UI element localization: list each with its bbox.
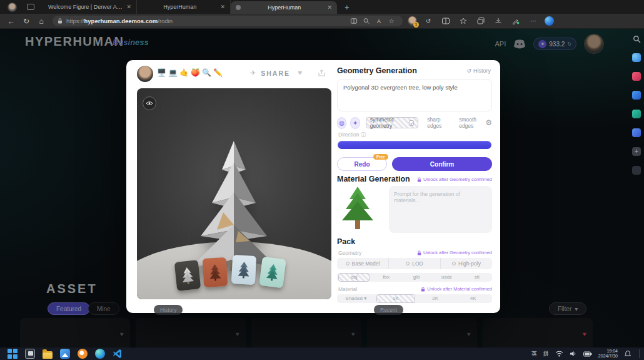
refresh-button[interactable]: ↻	[19, 17, 34, 26]
notification-bell-icon[interactable]	[624, 350, 631, 357]
toolbar-profile-avatar[interactable]: 1	[408, 16, 417, 26]
tab-3-active[interactable]: HyperHuman ✕	[231, 1, 337, 14]
radio-icon	[406, 262, 410, 265]
file-explorer-icon[interactable]	[43, 351, 53, 359]
laptop-emoji-icon[interactable]: 💻	[168, 68, 178, 77]
option-shaded[interactable]: Shaded ▾	[337, 294, 375, 303]
home-button[interactable]: ⌂	[34, 17, 49, 26]
peach-emoji-icon[interactable]: 🍑	[191, 68, 200, 77]
format-stl[interactable]: stl	[462, 273, 492, 282]
sidebar-tool-icon-3[interactable]	[632, 91, 641, 100]
photos-app-icon[interactable]	[60, 349, 70, 359]
tab-close-icon[interactable]: ✕	[327, 4, 332, 11]
sidebar-tool-icon-2[interactable]	[632, 72, 641, 81]
edge-browser-icon[interactable]	[95, 349, 105, 359]
option-2k[interactable]: 2K	[416, 294, 455, 303]
sidebar-search-icon[interactable]	[633, 35, 641, 43]
option-high-poly[interactable]: High-poly	[440, 258, 492, 269]
magnifier-emoji-icon[interactable]: 🔍	[202, 68, 211, 77]
pack-material-label: Material	[338, 286, 357, 292]
like-heart-icon[interactable]: ♥	[298, 68, 302, 77]
settings-menu-icon[interactable]: ⋯	[527, 18, 540, 24]
option-base-model[interactable]: Base Model	[337, 258, 388, 269]
vscode-icon[interactable]	[113, 349, 123, 359]
lowpoly-tree-model[interactable]	[173, 137, 295, 274]
format-obj[interactable]: obj	[338, 273, 370, 282]
taskbar-clock[interactable]: 19:04 2024/7/30	[598, 349, 618, 359]
export-icon[interactable]	[318, 69, 326, 77]
sidebar-tool-icon-5[interactable]	[632, 128, 641, 137]
tab-close-icon[interactable]: ✕	[126, 4, 131, 10]
show-desktop-button[interactable]	[639, 349, 640, 358]
downloads-icon[interactable]	[492, 18, 505, 24]
option-orb-button[interactable]: ◍	[337, 117, 346, 129]
start-button[interactable]	[8, 349, 18, 359]
asset-tab-recent-ghost[interactable]: Recent	[374, 305, 403, 315]
info-icon[interactable]: ⓘ	[361, 131, 366, 138]
tab-2[interactable]: HyperHuman ✕	[137, 0, 231, 14]
format-glb[interactable]: glb	[401, 273, 431, 282]
redo-button[interactable]: Redo Free	[337, 157, 387, 171]
material-prompt-input[interactable]	[389, 186, 492, 233]
gear-icon[interactable]: ⚙	[485, 118, 492, 127]
clock-date: 2024/7/30	[598, 354, 618, 359]
history-icon[interactable]: ↺	[422, 18, 435, 24]
chevron-down-icon: ▾	[364, 296, 366, 301]
battery-icon[interactable]	[583, 351, 592, 357]
extensions-icon[interactable]	[510, 18, 522, 24]
sharp-edges-option[interactable]: sharp edges	[427, 116, 450, 129]
option-lod[interactable]: LOD	[388, 258, 440, 269]
hand-emoji-icon[interactable]: 🤙	[179, 68, 189, 77]
option-4k[interactable]: 4K	[455, 294, 493, 303]
direction-progress-bar[interactable]	[338, 141, 491, 149]
monitor-emoji-icon[interactable]: 🖥️	[157, 68, 166, 77]
volume-icon[interactable]	[570, 351, 577, 357]
asset-tab-history-ghost[interactable]: History	[154, 305, 183, 315]
variant-card-4[interactable]	[259, 257, 286, 288]
confirm-button[interactable]: Confirm	[392, 157, 492, 171]
wifi-icon[interactable]	[555, 351, 563, 357]
variant-card-3[interactable]	[231, 255, 256, 285]
browser-profile-avatar[interactable]	[8, 3, 17, 12]
read-aloud-icon[interactable]: A	[373, 18, 385, 24]
format-option-group: obj fbx glb usdz stl	[337, 273, 492, 282]
tab-workspaces-icon[interactable]	[27, 4, 34, 10]
format-fbx[interactable]: fbx	[371, 273, 401, 282]
sidebar-add-icon[interactable]: +	[632, 147, 641, 156]
search-in-page-icon[interactable]	[360, 18, 373, 24]
format-usdz[interactable]: usdz	[431, 273, 461, 282]
geometry-prompt-box[interactable]: Polygonal 3D evergreen tree, low poly st…	[337, 79, 492, 111]
split-window-icon[interactable]	[348, 18, 360, 24]
tab-1[interactable]: Welcome Figure | Denver Art M... ✕	[43, 0, 137, 14]
option-1k[interactable]: 1K	[376, 294, 416, 303]
address-bar[interactable]: https://hyperhuman.deemos.com/rodin A ☆	[53, 16, 403, 26]
variant-card-1[interactable]	[174, 260, 201, 291]
new-tab-button[interactable]: +	[345, 3, 350, 12]
collections-icon[interactable]	[475, 18, 487, 24]
back-button[interactable]: ←	[4, 17, 19, 26]
variant-card-2[interactable]	[203, 257, 228, 287]
sidebar-tool-icon-6[interactable]	[632, 166, 641, 175]
history-button[interactable]: ↺ History	[466, 68, 491, 74]
copilot-icon[interactable]	[545, 16, 554, 26]
tab-close-icon[interactable]: ✕	[220, 4, 225, 10]
sidebar-tool-icon-4[interactable]	[632, 110, 641, 118]
blender-icon[interactable]	[78, 349, 88, 359]
task-view-icon[interactable]	[25, 349, 35, 359]
symmetric-geometry-toggle[interactable]: symmetric geometry ✓	[366, 117, 419, 128]
3d-viewport[interactable]	[137, 88, 331, 299]
share-button[interactable]: ✈ SHARE	[250, 69, 290, 77]
pack-material-unlock-note: Unlock after Material confirmed	[421, 286, 492, 292]
smooth-edges-option[interactable]: smooth edges	[459, 116, 485, 129]
creator-avatar[interactable]	[137, 66, 153, 82]
url-scheme: https://	[66, 18, 84, 24]
ime-language-indicator[interactable]: 英	[531, 350, 537, 358]
visibility-toggle-button[interactable]	[143, 96, 156, 110]
option-spark-button[interactable]: ✦	[350, 117, 360, 129]
ime-pinyin-indicator[interactable]: 拼	[543, 350, 549, 358]
pen-emoji-icon[interactable]: ✏️	[213, 68, 223, 77]
favorites-icon[interactable]	[457, 18, 470, 24]
favorite-star-icon[interactable]: ☆	[385, 18, 398, 24]
sidebar-tool-icon-1[interactable]	[632, 53, 641, 62]
split-screen-icon[interactable]	[440, 18, 452, 24]
